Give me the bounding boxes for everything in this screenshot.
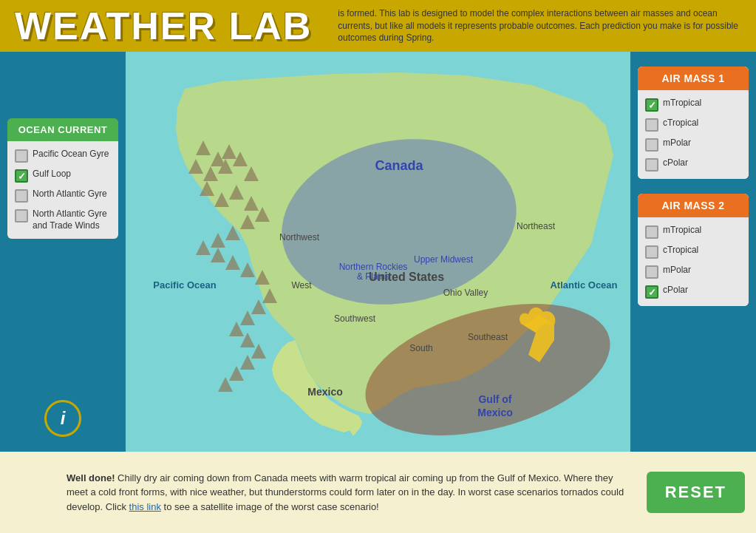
am1-checkbox-cpolar[interactable]	[645, 158, 658, 172]
header-description-text: is formed. This lab is designed to model…	[338, 7, 745, 44]
well-done-label: Well done!	[67, 472, 115, 483]
am2-option-cpolar[interactable]: cPolar	[645, 285, 741, 299]
svg-text:West: West	[291, 280, 312, 291]
option-gulf-loop[interactable]: Gulf Loop	[15, 169, 111, 183]
this-link[interactable]: this link	[129, 501, 161, 512]
svg-text:Upper Midwest: Upper Midwest	[414, 254, 474, 265]
am2-option-mtropical[interactable]: mTropical	[645, 225, 741, 239]
air-mass-1-title: AIR MASS 1	[638, 67, 749, 90]
svg-text:South: South	[409, 343, 432, 353]
reset-button[interactable]: RESET	[647, 472, 745, 513]
ocean-current-options: Pacific Ocean Gyre Gulf Loop North Atlan…	[7, 141, 118, 239]
am2-option-mpolar[interactable]: mPolar	[645, 265, 741, 279]
map-svg: Canada United States Mexico Pacific Ocea…	[126, 52, 630, 452]
label-pacific: Pacific Ocean Gyre	[33, 149, 109, 160]
svg-text:Mexico: Mexico	[307, 386, 342, 398]
checkbox-north-atlantic[interactable]	[15, 189, 28, 203]
label-north-atlantic: North Atlantic Gyre	[33, 189, 107, 200]
app-title: WEATHER LAB	[15, 4, 312, 48]
am2-checkbox-mpolar[interactable]	[645, 265, 658, 279]
option-north-atlantic-gyre[interactable]: North Atlantic Gyre	[15, 189, 111, 203]
am1-option-cpolar[interactable]: cPolar	[645, 157, 741, 172]
checkbox-pacific[interactable]	[15, 149, 28, 163]
am1-option-ctropical[interactable]: cTropical	[645, 118, 741, 132]
svg-text:Atlantic Ocean: Atlantic Ocean	[550, 279, 617, 291]
svg-text:Northeast: Northeast	[517, 221, 556, 231]
svg-text:Southwest: Southwest	[334, 313, 376, 324]
svg-text:Pacific Ocean: Pacific Ocean	[153, 279, 216, 291]
am2-label-ctropical: cTropical	[663, 245, 698, 257]
am2-checkbox-mtropical[interactable]	[645, 225, 658, 239]
info-button[interactable]: i	[44, 400, 81, 437]
air-mass-2-box: AIR MASS 2 mTropical cTropical mPolar cP…	[638, 194, 749, 306]
air-mass-2-options: mTropical cTropical mPolar cPolar	[638, 217, 749, 306]
am1-checkbox-ctropical[interactable]	[645, 118, 658, 132]
option-pacific-gyre[interactable]: Pacific Ocean Gyre	[15, 149, 111, 163]
am1-checkbox-mpolar[interactable]	[645, 138, 658, 152]
am2-label-mtropical: mTropical	[663, 225, 701, 237]
air-mass-2-title: AIR MASS 2	[638, 194, 749, 217]
am1-option-mpolar[interactable]: mPolar	[645, 138, 741, 152]
bottom-text-area: Well done! Chilly dry air coming down fr…	[67, 471, 636, 515]
map-container: Canada United States Mexico Pacific Ocea…	[126, 52, 630, 452]
label-north-atlantic-trade: North Atlantic Gyre and Trade Winds	[33, 208, 111, 231]
bottom-message-end: to see a satellite image of the worst ca…	[161, 501, 379, 512]
right-panel: AIR MASS 1 mTropical cTropical mPolar cP…	[630, 52, 756, 452]
am1-label-ctropical: cTropical	[663, 118, 698, 129]
am1-label-cpolar: cPolar	[663, 157, 688, 169]
ocean-current-title: OCEAN CURRENT	[7, 118, 118, 141]
bottom-panel: Well done! Chilly dry air coming down fr…	[0, 452, 756, 533]
svg-text:Ohio Valley: Ohio Valley	[443, 288, 488, 298]
svg-text:Northern Rockies: Northern Rockies	[339, 262, 408, 272]
svg-text:Northwest: Northwest	[279, 232, 320, 242]
label-gulf: Gulf Loop	[33, 169, 71, 180]
am2-label-cpolar: cPolar	[663, 285, 688, 296]
svg-text:Southeast: Southeast	[468, 332, 508, 342]
am1-label-mpolar: mPolar	[663, 138, 691, 149]
header-title-area: WEATHER LAB	[0, 0, 327, 52]
air-mass-1-box: AIR MASS 1 mTropical cTropical mPolar cP…	[638, 67, 749, 179]
am2-checkbox-cpolar[interactable]	[645, 285, 658, 299]
ocean-current-box: OCEAN CURRENT Pacific Ocean Gyre Gulf Lo…	[7, 118, 118, 239]
svg-text:Gulf of: Gulf of	[478, 393, 511, 405]
svg-text:Canada: Canada	[375, 158, 423, 173]
am2-option-ctropical[interactable]: cTropical	[645, 245, 741, 259]
header: WEATHER LAB is formed. This lab is desig…	[0, 0, 756, 52]
checkbox-gulf[interactable]	[15, 169, 28, 183]
air-mass-1-options: mTropical cTropical mPolar cPolar	[638, 90, 749, 179]
info-icon-label: i	[61, 408, 66, 429]
left-panel: OCEAN CURRENT Pacific Ocean Gyre Gulf Lo…	[0, 52, 126, 452]
am2-checkbox-ctropical[interactable]	[645, 245, 658, 259]
header-description: is formed. This lab is designed to model…	[327, 0, 756, 52]
option-north-atlantic-trade[interactable]: North Atlantic Gyre and Trade Winds	[15, 208, 111, 231]
checkbox-north-atlantic-trade[interactable]	[15, 209, 28, 223]
am1-option-mtropical[interactable]: mTropical	[645, 98, 741, 112]
am1-checkbox-mtropical[interactable]	[645, 98, 658, 112]
am1-label-mtropical: mTropical	[663, 98, 701, 109]
am2-label-mpolar: mPolar	[663, 265, 691, 276]
svg-text:& Plains: & Plains	[357, 271, 389, 282]
svg-text:Mexico: Mexico	[477, 407, 512, 418]
